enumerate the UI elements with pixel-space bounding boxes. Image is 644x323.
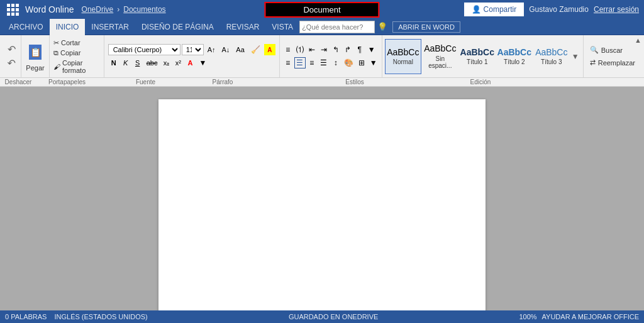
undo-redo-section: ↶ ↷ [3,35,21,77]
estilos-label: Estilos [254,79,455,85]
tab-insertar[interactable]: INSERTAR [85,19,135,35]
user-name: Gustavo Zamudio [529,5,589,14]
app-name: Word Online [25,4,80,14]
strikethrough-button[interactable]: abc [144,57,160,68]
fuente-label: Fuente [100,79,191,85]
clipboard-section: ✂ Cortar ⧉ Copiar 🖌 Copiar formato [50,35,104,77]
style-heading3[interactable]: AaBbCc Título 3 [533,39,570,74]
ltr-button[interactable]: ↱ [342,44,353,55]
format-painter-button[interactable]: 🖌 Copiar formato [52,58,101,75]
shading-button[interactable]: 🎨 [342,57,355,68]
tab-revisar[interactable]: REVISAR [220,19,266,35]
para-row-1: ≡ ⑴ ⇤ ⇥ ↰ ↱ ¶ ▼ [282,44,379,55]
title-bar: Word Online OneDrive › Documentos Docume… [0,0,644,19]
section-labels: Deshacer Portapapeles Fuente Párrafo Est… [0,78,644,87]
para-row-2: ≡ ☰ ≡ ☰ ↕ 🎨 ⊞ ▼ [282,57,379,68]
align-center-button[interactable]: ☰ [294,57,306,68]
paragraph-section: ≡ ⑴ ⇤ ⇥ ↰ ↱ ¶ ▼ ≡ ☰ ≡ ☰ ↕ 🎨 ⊞ ▼ [280,35,382,77]
style-heading2[interactable]: AaBbCc Título 2 [496,39,533,74]
cut-button[interactable]: ✂ Cortar [52,38,82,48]
breadcrumb-separator: › [117,5,119,14]
breadcrumb: OneDrive › Documentos [80,5,272,14]
increase-indent-button[interactable]: ⇥ [318,44,330,55]
font-row-1: Calibri (Cuerpo) 11 A↑ A↓ Aa 🧹 A [108,44,275,55]
numbering-button[interactable]: ⑴ [294,44,306,55]
bold-button[interactable]: N [108,57,119,68]
status-left: 0 PALABRAS INGLÉS (ESTADOS UNIDOS) [5,313,148,320]
justify-button[interactable]: ☰ [318,57,330,68]
onedrive-link[interactable]: OneDrive [82,5,114,14]
rtl-button[interactable]: ↰ [330,44,341,55]
para-format-more[interactable]: ▼ [368,57,379,68]
saved-status: GUARDADO EN ONEDRIVE [289,313,378,320]
collapse-ribbon-button[interactable]: ▲ [635,36,641,44]
search-what-input[interactable] [299,21,375,33]
grow-font-button[interactable]: A↑ [205,44,218,55]
font-color-button[interactable]: A [184,57,196,68]
word-count: 0 PALABRAS [5,313,47,320]
sign-out-link[interactable]: Cerrar sesión [594,5,639,14]
improve-office[interactable]: AYUDAR A MEJORAR OFFICE [542,313,639,320]
status-bar: 0 PALABRAS INGLÉS (ESTADOS UNIDOS) GUARD… [0,310,644,323]
font-row-2: N K S abc x₂ x² A ▼ [108,57,275,68]
para-more-button[interactable]: ▼ [366,44,377,55]
borders-button[interactable]: ⊞ [356,57,367,68]
paste-label: Pegar [26,64,44,72]
document-page[interactable] [158,99,486,310]
subscript-button[interactable]: x₂ [160,57,172,68]
style-no-spacing[interactable]: AaBbCc Sin espaci... [422,39,458,74]
style-normal[interactable]: AaBbCc Normal [385,39,421,74]
ribbon-tabs: ARCHIVO INICIO INSERTAR DISEÑO DE PÁGINA… [0,19,644,35]
open-in-word-button[interactable]: ABRIR EN WORD [392,21,460,33]
align-right-button[interactable]: ≡ [306,57,318,68]
shrink-font-button[interactable]: A↓ [219,44,232,55]
search-button[interactable]: 🔍 Buscar [587,45,638,55]
font-size-select[interactable]: 11 [182,44,204,55]
show-para-button[interactable]: ¶ [354,44,365,55]
font-family-select[interactable]: Calibri (Cuerpo) [108,44,180,55]
styles-section: AaBbCc Normal AaBbCc Sin espaci... AaBbC… [382,35,584,77]
portapapeles-label: Portapapeles [34,79,100,85]
copy-button[interactable]: ⧉ Copiar [52,48,82,58]
underline-button[interactable]: S [132,57,143,68]
ribbon-content: ↶ ↷ 📋 Pegar ✂ Cortar ⧉ Copiar 🖌 Copiar f… [0,35,644,78]
style-heading1[interactable]: AaBbCc Título 1 [459,39,496,74]
document-area [0,87,644,310]
edicion-label: Edición [455,79,506,85]
share-icon: 👤 [472,5,481,14]
tab-archivo[interactable]: ARCHIVO [3,19,50,35]
undo-button[interactable]: ↶ [6,43,17,56]
italic-button[interactable]: K [120,57,131,68]
superscript-button[interactable]: x² [172,57,184,68]
language: INGLÉS (ESTADOS UNIDOS) [54,313,147,320]
line-spacing-button[interactable]: ↕ [330,57,341,68]
zoom-level: 100% [519,313,536,320]
redo-button[interactable]: ↷ [6,57,17,70]
doc-title: Document [265,3,378,16]
deshacer-label: Deshacer [3,79,34,85]
folder-link[interactable]: Documentos [123,5,165,14]
text-highlight-button[interactable]: ▼ [196,57,209,68]
tab-vista[interactable]: VISTA [265,19,299,35]
waffle-icon[interactable] [0,0,25,19]
paintbrush-icon: 🖌 [53,63,60,70]
bullets-button[interactable]: ≡ [282,44,294,55]
editing-section: 🔍 Buscar ⇄ Reemplazar [584,35,641,77]
tab-inicio[interactable]: INICIO [50,19,86,35]
paste-section: 📋 Pegar [21,35,50,77]
tab-diseno[interactable]: DISEÑO DE PÁGINA [135,19,220,35]
change-case-button[interactable]: Aa [233,44,247,55]
replace-button[interactable]: ⇄ Reemplazar [587,57,638,68]
share-button[interactable]: 👤 Compartir [464,3,525,16]
clear-formatting-button[interactable]: 🧹 [248,44,263,55]
lightbulb-icon: 💡 [377,22,387,31]
font-section: Calibri (Cuerpo) 11 A↑ A↓ Aa 🧹 A N K S a… [104,35,280,77]
paste-button[interactable]: 📋 Pegar [25,41,45,72]
highlight-button[interactable]: A [264,44,275,55]
decrease-indent-button[interactable]: ⇤ [306,44,318,55]
search-icon: 🔍 [590,46,599,54]
align-left-button[interactable]: ≡ [282,57,294,68]
replace-icon: ⇄ [590,58,596,67]
styles-scroll-down[interactable]: ▼ [570,51,580,62]
copy-icon: ⧉ [53,49,58,57]
